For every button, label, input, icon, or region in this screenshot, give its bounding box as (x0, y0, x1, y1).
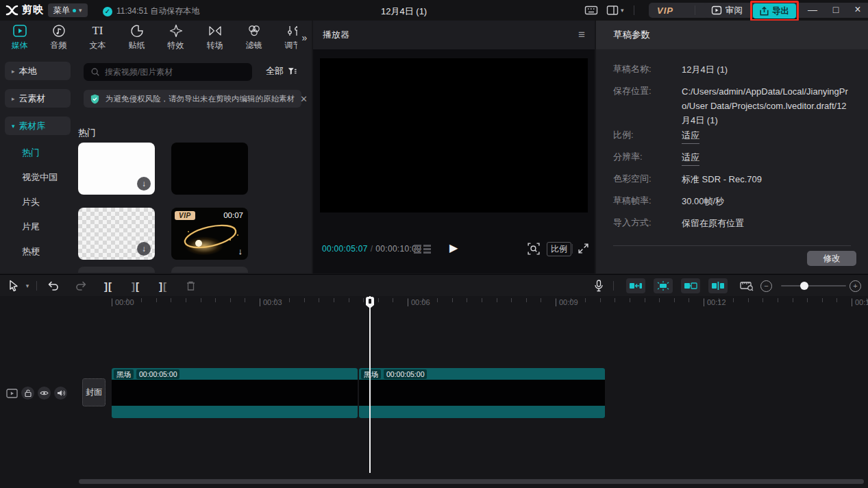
search-input[interactable]: 搜索视频/图片素材 (84, 63, 252, 81)
play-button[interactable]: ▶ (449, 241, 458, 254)
playhead-handle-hole (369, 299, 371, 304)
thumbnail-partial[interactable] (78, 267, 155, 273)
library-subitem-hot[interactable]: 热门 (22, 147, 40, 159)
undo-button[interactable] (45, 275, 62, 297)
nav-item-text[interactable]: TI 文本 (78, 21, 117, 55)
vip-label: VIP (657, 5, 673, 16)
timeline-ruler[interactable] (112, 298, 868, 302)
linkage-toggle[interactable] (654, 275, 673, 297)
param-value-import-mode: 保留在原有位置 (682, 216, 854, 230)
modify-button[interactable]: 修改 (807, 251, 856, 266)
timeline-area: 00:00 00:03 00:06 00:09 00:12 00:15 封面 黑… (0, 296, 868, 488)
autosave-check-icon: ✓ (103, 7, 112, 16)
fullscreen-icon[interactable] (578, 243, 589, 254)
export-label: 导出 (772, 5, 789, 17)
zoom-out-button[interactable]: − (760, 275, 772, 297)
split-keep-left-button[interactable]: ][ (155, 275, 171, 297)
split-keep-right-button[interactable]: ][ (127, 275, 144, 297)
video-preview-canvas[interactable] (320, 58, 588, 212)
app-name: 剪映 (22, 3, 44, 16)
player-panel: 播放器 ≡ 00:00:05:07/00:00:10:00 ▶ 比例 (313, 21, 595, 273)
thumbnail-black[interactable] (171, 143, 248, 195)
aspect-ratio-button[interactable]: 比例 (547, 242, 571, 256)
close-button[interactable]: × (850, 0, 865, 19)
export-button[interactable]: 导出 (753, 3, 796, 19)
timeline-ruler-icon[interactable] (739, 275, 755, 297)
maximize-button[interactable]: □ (828, 0, 843, 19)
timeline-clip-1[interactable]: 黑场 00:00:05:00 (112, 368, 358, 418)
download-icon[interactable]: ↓ (137, 177, 151, 191)
record-voiceover-button[interactable] (591, 275, 607, 297)
main-track-magnet-toggle[interactable] (708, 275, 728, 297)
text-icon: TI (92, 24, 103, 38)
param-label: 分辨率: (613, 151, 643, 163)
library-section-local[interactable]: ▸ 本地 (5, 62, 71, 80)
nav-item-media[interactable]: 媒体 (0, 21, 39, 55)
horizontal-scrollbar[interactable] (79, 479, 864, 484)
redo-button[interactable] (73, 275, 89, 297)
library-section-cloud[interactable]: ▸ 云素材 (5, 89, 71, 108)
review-label: 审阅 (726, 5, 743, 16)
clip-header: 黑场 00:00:05:00 (359, 368, 605, 380)
current-time: 00:00:05:07 (322, 244, 368, 254)
split-clip-button[interactable]: ][ (100, 275, 116, 297)
select-tool-button[interactable] (5, 275, 22, 297)
download-icon[interactable]: ↓ (137, 242, 151, 256)
filter-button[interactable]: 全部 (266, 65, 297, 77)
hamburger-menu-icon[interactable]: ≡ (578, 28, 585, 42)
magnetic-snap-toggle[interactable] (626, 275, 645, 297)
delete-button[interactable] (182, 275, 199, 297)
layout-switch-button[interactable]: ▾ (606, 5, 624, 16)
section-label: 本地 (19, 65, 37, 77)
divider (36, 275, 37, 297)
nav-item-sticker[interactable]: 贴纸 (117, 21, 156, 55)
library-section-stock[interactable]: ▾ 素材库 (5, 117, 71, 135)
player-title: 播放器 (323, 29, 349, 41)
param-value-ratio[interactable]: 适应 (682, 128, 699, 144)
download-icon[interactable]: ↓ (238, 246, 243, 256)
timeline-zoom-slider[interactable] (781, 285, 846, 286)
preview-quality-icon[interactable] (528, 243, 540, 255)
library-subitem-outro[interactable]: 片尾 (22, 221, 40, 233)
search-placeholder: 搜索视频/图片素材 (105, 66, 173, 78)
track-preview-icon[interactable] (6, 389, 18, 398)
playhead-line[interactable] (369, 296, 371, 473)
timeline-clip-2[interactable]: 黑场 00:00:05:00 (359, 368, 605, 418)
nav-item-audio[interactable]: 音频 (39, 21, 78, 55)
select-tool-chevron[interactable]: ▾ (22, 275, 33, 297)
library-subitem-intro[interactable]: 片头 (22, 196, 40, 208)
chevron-right-icon: ▸ (12, 95, 15, 102)
close-icon[interactable]: ✕ (300, 94, 308, 104)
param-value-resolution[interactable]: 适应 (682, 150, 699, 166)
nav-label: 滤镜 (246, 40, 262, 51)
frame-list-icon[interactable] (414, 245, 432, 254)
timeline-zoom-slider-knob[interactable] (800, 282, 808, 290)
track-mute-button[interactable] (54, 387, 67, 400)
thumbnail-white[interactable]: ↓ (78, 143, 155, 195)
track-visibility-button[interactable] (38, 387, 51, 400)
nav-item-transition[interactable]: 转场 (195, 21, 234, 55)
minimize-button[interactable]: — (805, 0, 820, 19)
shortcuts-button[interactable] (584, 5, 598, 16)
library-subitem-meme[interactable]: 热梗 (22, 245, 40, 258)
divider (613, 245, 851, 246)
thumbnail-gold-effect[interactable]: VIP 00:07 ↓ (171, 208, 248, 260)
thumbnail-partial[interactable] (171, 267, 248, 273)
param-label: 草稿名称: (613, 63, 652, 75)
ruler-label: 00:06 (408, 299, 430, 306)
clip-duration-chip: 00:00:05:00 (136, 369, 179, 379)
menu-button[interactable]: 菜单 ▾ (48, 3, 88, 17)
nav-expand-button[interactable]: » (297, 21, 312, 55)
track-lock-button[interactable] (21, 387, 34, 400)
param-value-save-path: C:/Users/admin/AppData/Local/JianyingPro… (682, 84, 854, 127)
nav-item-filter[interactable]: 滤镜 (234, 21, 273, 55)
vip-badge: VIP (175, 211, 195, 220)
preview-axis-toggle[interactable] (681, 275, 700, 297)
thumbnail-transparent[interactable]: ↓ (78, 208, 155, 260)
review-button[interactable]: 审阅 (704, 3, 749, 18)
cover-button[interactable]: 封面 (82, 378, 106, 406)
nav-item-effects[interactable]: 特效 (156, 21, 195, 55)
library-subitem-vcg[interactable]: 视觉中国 (22, 171, 58, 184)
zoom-in-button[interactable]: + (850, 275, 861, 297)
nav-item-adjust[interactable]: 调节 (273, 21, 297, 55)
